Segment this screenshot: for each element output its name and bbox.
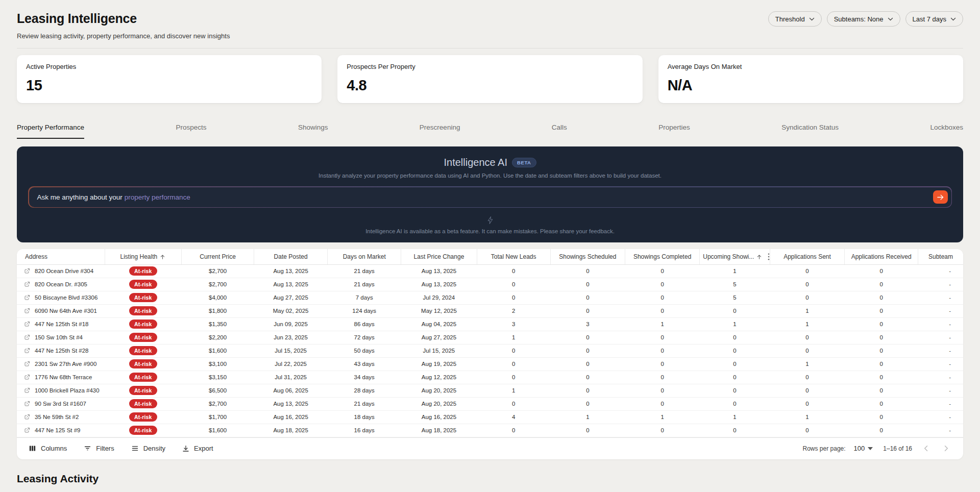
total-new-leads-cell: 0	[477, 291, 550, 304]
columns-button-label: Columns	[41, 445, 67, 452]
last-price-change-cell: Jul 29, 2024	[401, 291, 477, 304]
ai-beta-disclaimer: Intelligence AI is available as a beta f…	[28, 228, 952, 234]
applications-received-cell: 0	[845, 304, 918, 317]
column-header-days-on-market[interactable]: Days on Market	[328, 249, 401, 264]
days-on-market-cell: 86 days	[328, 317, 401, 331]
date-posted-cell: Aug 06, 2025	[254, 384, 328, 397]
threshold-dropdown[interactable]: Threshold	[768, 11, 822, 27]
tab-properties[interactable]: Properties	[658, 124, 690, 139]
table-row: 50 Biscayne Blvd #3306At-risk$4,000Aug 2…	[17, 291, 963, 304]
column-header-total-new-leads[interactable]: Total New Leads	[477, 249, 550, 264]
subteam-cell: -	[918, 291, 963, 304]
open-property-button[interactable]	[24, 348, 30, 354]
total-new-leads-cell: 0	[477, 371, 550, 384]
column-header-current-price[interactable]: Current Price	[182, 249, 254, 264]
chevron-left-icon	[921, 444, 931, 453]
applications-received-cell: 0	[845, 397, 918, 410]
tab-property-performance[interactable]: Property Performance	[17, 124, 84, 139]
open-property-button[interactable]	[24, 308, 30, 314]
days-on-market-cell: 34 days	[328, 371, 401, 384]
column-header-applications-sent[interactable]: Applications Sent	[770, 249, 844, 264]
column-header-subteam[interactable]: Subteam	[918, 249, 963, 264]
subteam-cell: -	[918, 371, 963, 384]
next-page-button[interactable]	[940, 442, 952, 454]
open-property-button[interactable]	[24, 334, 30, 340]
listing-health-badge: At-risk	[129, 399, 157, 408]
column-header-upcoming-showi[interactable]: Upcoming Showi...	[700, 249, 770, 264]
tab-syndication-status[interactable]: Syndication Status	[781, 124, 839, 139]
applications-received-cell: 0	[845, 278, 918, 291]
applications-received-cell: 0	[845, 357, 918, 371]
upcoming-showi-cell: 0	[700, 344, 770, 357]
applications-sent-cell: 1	[770, 410, 844, 424]
open-property-button[interactable]	[24, 387, 30, 393]
showings-scheduled-cell: 0	[550, 397, 625, 410]
external-link-icon	[24, 281, 30, 287]
export-icon	[182, 445, 190, 453]
tab-prescreening[interactable]: Prescreening	[420, 124, 460, 139]
ai-question-input[interactable]: Ask me anything about your property perf…	[29, 187, 951, 207]
chevron-down-icon	[950, 17, 956, 21]
days-on-market-cell: 28 days	[328, 384, 401, 397]
column-header-label: Showings Scheduled	[559, 253, 616, 260]
subteams-dropdown-label: Subteams: None	[834, 15, 884, 23]
days-on-market-cell: 43 days	[328, 357, 401, 371]
density-button[interactable]: Density	[131, 444, 165, 453]
external-link-icon	[24, 387, 30, 393]
column-header-last-price-change[interactable]: Last Price Change	[401, 249, 477, 264]
page-header: Leasing Intelligence Review leasing acti…	[0, 0, 980, 40]
column-header-showings-completed[interactable]: Showings Completed	[625, 249, 699, 264]
current-price-cell: $1,600	[182, 344, 254, 357]
export-button[interactable]: Export	[182, 445, 213, 453]
showings-completed-cell: 1	[625, 317, 699, 331]
total-new-leads-cell: 0	[477, 278, 550, 291]
upcoming-showi-cell: 0	[700, 371, 770, 384]
ai-submit-button[interactable]	[933, 190, 948, 204]
subteam-cell: -	[918, 317, 963, 331]
rows-per-page-select[interactable]: 100	[854, 445, 873, 452]
subteams-dropdown[interactable]: Subteams: None	[827, 11, 900, 27]
column-header-listing-health[interactable]: Listing Health	[105, 249, 182, 264]
open-property-button[interactable]	[24, 281, 30, 287]
applications-sent-cell: 0	[770, 264, 844, 278]
columns-button[interactable]: Columns	[28, 444, 67, 453]
tab-lockboxes[interactable]: Lockboxes	[930, 124, 963, 139]
tab-prospects[interactable]: Prospects	[176, 124, 206, 139]
last-price-change-cell: Jul 15, 2025	[401, 344, 477, 357]
ai-panel-subtitle: Instantly analyze your property performa…	[28, 173, 952, 179]
open-property-button[interactable]	[24, 321, 30, 327]
tab-calls[interactable]: Calls	[552, 124, 567, 139]
open-property-button[interactable]	[24, 427, 30, 433]
column-header-label: Applications Received	[851, 253, 912, 260]
average-days-on-market-card: Average Days On MarketN/A	[658, 55, 963, 103]
column-header-date-posted[interactable]: Date Posted	[254, 249, 328, 264]
open-property-button[interactable]	[24, 414, 30, 420]
ai-input-border: Ask me anything about your property perf…	[28, 186, 952, 208]
applications-received-cell: 0	[845, 344, 918, 357]
upcoming-showi-cell: 5	[700, 291, 770, 304]
open-property-button[interactable]	[24, 268, 30, 274]
previous-page-button[interactable]	[920, 442, 932, 454]
column-menu-icon[interactable]	[768, 253, 770, 260]
tab-showings[interactable]: Showings	[298, 124, 328, 139]
current-price-cell: $2,700	[182, 397, 254, 410]
subteam-cell: -	[918, 344, 963, 357]
upcoming-showi-cell: 0	[700, 357, 770, 371]
open-property-button[interactable]	[24, 374, 30, 380]
table-row: 820 Ocean Dr. #305At-risk$2,700Aug 13, 2…	[17, 278, 963, 291]
open-property-button[interactable]	[24, 294, 30, 301]
address-cell: 2301 Sw 27th Ave #900	[35, 361, 96, 367]
filters-button[interactable]: Filters	[83, 444, 114, 453]
last-price-change-cell: Aug 13, 2025	[401, 278, 477, 291]
column-header-showings-scheduled[interactable]: Showings Scheduled	[550, 249, 625, 264]
showings-completed-cell: 0	[625, 291, 699, 304]
date-posted-cell: Aug 18, 2025	[254, 424, 328, 437]
date-posted-cell: Aug 13, 2025	[254, 264, 328, 278]
select-arrow-icon	[868, 447, 873, 450]
column-header-applications-received[interactable]: Applications Received	[845, 249, 918, 264]
open-property-button[interactable]	[24, 361, 30, 367]
column-header-address[interactable]: Address	[17, 249, 105, 264]
listing-health-badge: At-risk	[129, 319, 157, 329]
date-range-dropdown[interactable]: Last 7 days	[905, 11, 964, 27]
open-property-button[interactable]	[24, 401, 30, 407]
